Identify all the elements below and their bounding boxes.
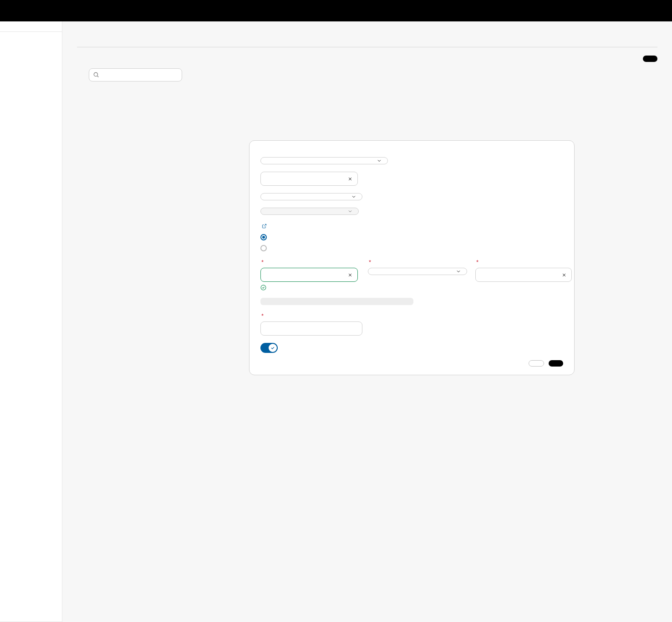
top-bar (0, 0, 672, 21)
trunk-section-header (77, 56, 657, 62)
max-calls-input[interactable] (260, 321, 362, 336)
search-input[interactable] (89, 68, 182, 82)
save-button[interactable] (549, 360, 563, 367)
svg-line-4 (264, 224, 266, 226)
device-type-select[interactable] (260, 208, 359, 215)
chevron-down-icon (377, 158, 382, 163)
secondary-tabs (77, 44, 657, 47)
radio-unselected-icon (260, 245, 267, 251)
chevron-down-icon (347, 209, 353, 214)
sbc-help (260, 222, 563, 230)
max-calls-label: * (260, 312, 563, 319)
external-link-icon (262, 224, 267, 229)
radio-fqdn[interactable] (260, 234, 563, 240)
radio-srv[interactable] (260, 245, 563, 251)
add-trunk-modal: * * (249, 140, 575, 375)
clear-icon[interactable] (347, 272, 353, 278)
chevron-down-icon (456, 269, 461, 274)
port-label: * (475, 259, 572, 265)
hostname-input[interactable] (260, 268, 358, 282)
add-trunk-button[interactable] (643, 56, 657, 62)
chevron-down-icon (351, 194, 356, 199)
main-content: * * (62, 21, 672, 622)
svg-point-7 (261, 285, 266, 290)
clear-icon[interactable] (347, 176, 353, 182)
valid-address-text (260, 285, 360, 291)
claimed-verified-link[interactable] (260, 223, 267, 229)
svg-point-0 (94, 72, 97, 76)
name-input[interactable] (260, 172, 358, 186)
check-circle-icon (260, 285, 266, 291)
sidebar (0, 21, 62, 622)
radio-selected-icon (260, 234, 267, 240)
search-field[interactable] (89, 68, 182, 82)
search-icon (93, 71, 99, 78)
toggle-knob (269, 344, 277, 352)
location-select[interactable] (260, 157, 388, 164)
clear-icon[interactable] (561, 272, 567, 278)
domain-select[interactable] (368, 268, 467, 275)
primary-tabs (77, 36, 657, 44)
port-input[interactable] (475, 268, 572, 282)
domain-label: * (368, 259, 467, 265)
trunk-type-select[interactable] (260, 193, 362, 200)
hostname-label: * (260, 259, 360, 265)
dual-identity-toggle[interactable] (260, 343, 278, 353)
fqdn-readonly (260, 298, 413, 305)
cancel-button[interactable] (529, 360, 544, 367)
svg-line-1 (97, 76, 99, 77)
check-icon (270, 346, 275, 350)
